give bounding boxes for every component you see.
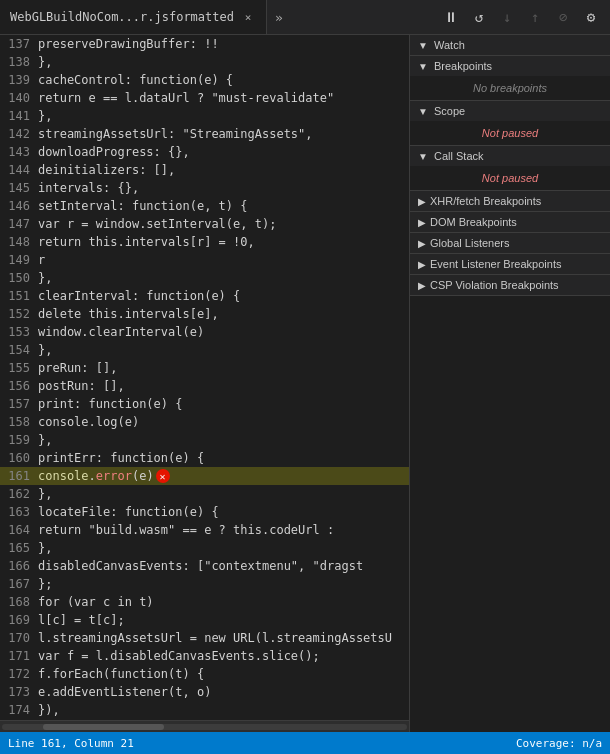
line-content: deinitializers: [], — [38, 163, 409, 177]
toolbar: ⏸ ↺ ↓ ↑ ⊘ ⚙ — [438, 4, 610, 30]
table-row: 162 }, — [0, 485, 409, 503]
event-listener-section[interactable]: ▶ Event Listener Breakpoints — [410, 254, 610, 275]
table-row: 171 var f = l.disabledCanvasEvents.slice… — [0, 647, 409, 665]
scrollbar-thumb[interactable] — [43, 724, 165, 730]
dom-arrow-icon: ▶ — [418, 217, 426, 228]
editor-panel: 137 preserveDrawingBuffer: !!138 },139 c… — [0, 35, 410, 732]
code-area[interactable]: 137 preserveDrawingBuffer: !!138 },139 c… — [0, 35, 409, 720]
global-label: Global Listeners — [430, 237, 510, 249]
table-row: 172 f.forEach(function(t) { — [0, 665, 409, 683]
xhr-section[interactable]: ▶ XHR/fetch Breakpoints — [410, 191, 610, 212]
table-row: 148 return this.intervals[r] = !0, — [0, 233, 409, 251]
line-number: 157 — [0, 397, 38, 411]
line-number: 150 — [0, 271, 38, 285]
devtools-panel: ▼ Watch ▼ Breakpoints No breakpoints ▼ S… — [410, 35, 610, 732]
scope-label: Scope — [434, 105, 465, 117]
line-content: var r = window.setInterval(e, t); — [38, 217, 409, 231]
code-lines: 137 preserveDrawingBuffer: !!138 },139 c… — [0, 35, 409, 720]
line-column-info: Line 161, Column 21 — [8, 737, 134, 750]
line-content: downloadProgress: {}, — [38, 145, 409, 159]
table-row: 169 l[c] = t[c]; — [0, 611, 409, 629]
line-number: 141 — [0, 109, 38, 123]
step-into-button[interactable]: ↓ — [494, 4, 520, 30]
tab-overflow-button[interactable]: » — [267, 10, 291, 25]
table-row: 165 }, — [0, 539, 409, 557]
line-number: 169 — [0, 613, 38, 627]
scope-arrow-icon: ▼ — [418, 106, 430, 117]
table-row: 150 }, — [0, 269, 409, 287]
line-content: console.log(e) — [38, 415, 409, 429]
deactivate-breakpoints-button[interactable]: ⊘ — [550, 4, 576, 30]
callstack-header[interactable]: ▼ Call Stack — [410, 146, 610, 166]
line-content: print: function(e) { — [38, 397, 409, 411]
line-content: delete this.intervals[e], — [38, 307, 409, 321]
breakpoints-section: ▼ Breakpoints No breakpoints — [410, 56, 610, 101]
line-content: }, — [38, 487, 409, 501]
step-over-button[interactable]: ↺ — [466, 4, 492, 30]
line-content: l[c] = t[c]; — [38, 613, 409, 627]
status-left: Line 161, Column 21 — [8, 737, 134, 750]
table-row: 140 return e == l.dataUrl ? "must-revali… — [0, 89, 409, 107]
settings-button[interactable]: ⚙ — [578, 4, 604, 30]
line-number: 160 — [0, 451, 38, 465]
table-row: 152 delete this.intervals[e], — [0, 305, 409, 323]
line-number: 172 — [0, 667, 38, 681]
line-content: printErr: function(e) { — [38, 451, 409, 465]
line-content: for (var c in t) — [38, 595, 409, 609]
step-out-button[interactable]: ↑ — [522, 4, 548, 30]
tab-bar: WebGLBuildNoCom...r.jsformatted × » ⏸ ↺ … — [0, 0, 610, 35]
global-section[interactable]: ▶ Global Listeners — [410, 233, 610, 254]
line-number: 145 — [0, 181, 38, 195]
table-row: 164 return "build.wasm" == e ? this.code… — [0, 521, 409, 539]
dom-label: DOM Breakpoints — [430, 216, 517, 228]
table-row: 167 }; — [0, 575, 409, 593]
line-number: 153 — [0, 325, 38, 339]
line-number: 155 — [0, 361, 38, 375]
editor-scrollbar[interactable] — [0, 720, 409, 732]
line-number: 158 — [0, 415, 38, 429]
line-number: 154 — [0, 343, 38, 357]
line-number: 170 — [0, 631, 38, 645]
event-listener-label: Event Listener Breakpoints — [430, 258, 561, 270]
editor-tab[interactable]: WebGLBuildNoCom...r.jsformatted × — [0, 0, 267, 34]
line-content: console.error(e)✕ — [38, 469, 409, 484]
line-number: 147 — [0, 217, 38, 231]
line-number: 139 — [0, 73, 38, 87]
table-row: 166 disabledCanvasEvents: ["contextmenu"… — [0, 557, 409, 575]
line-number: 143 — [0, 145, 38, 159]
line-content: preRun: [], — [38, 361, 409, 375]
pause-button[interactable]: ⏸ — [438, 4, 464, 30]
breakpoints-header[interactable]: ▼ Breakpoints — [410, 56, 610, 76]
breakpoints-arrow-icon: ▼ — [418, 61, 430, 72]
table-row: 145 intervals: {}, — [0, 179, 409, 197]
line-number: 151 — [0, 289, 38, 303]
event-listener-arrow-icon: ▶ — [418, 259, 426, 270]
line-number: 166 — [0, 559, 38, 573]
xhr-label: XHR/fetch Breakpoints — [430, 195, 541, 207]
line-number: 149 — [0, 253, 38, 267]
table-row: 143 downloadProgress: {}, — [0, 143, 409, 161]
callstack-section: ▼ Call Stack Not paused — [410, 146, 610, 191]
line-number: 171 — [0, 649, 38, 663]
line-content: return e == l.dataUrl ? "must-revalidate… — [38, 91, 409, 105]
table-row: 144 deinitializers: [], — [0, 161, 409, 179]
line-number: 174 — [0, 703, 38, 717]
watch-header[interactable]: ▼ Watch — [410, 35, 610, 55]
csp-section[interactable]: ▶ CSP Violation Breakpoints — [410, 275, 610, 296]
line-number: 148 — [0, 235, 38, 249]
line-number: 167 — [0, 577, 38, 591]
line-number: 159 — [0, 433, 38, 447]
line-content: return this.intervals[r] = !0, — [38, 235, 409, 249]
dom-section[interactable]: ▶ DOM Breakpoints — [410, 212, 610, 233]
line-content: streamingAssetsUrl: "StreamingAssets", — [38, 127, 409, 141]
watch-arrow-icon: ▼ — [418, 40, 430, 51]
tab-close-button[interactable]: × — [240, 9, 256, 25]
scrollbar-track[interactable] — [2, 724, 407, 730]
scope-header[interactable]: ▼ Scope — [410, 101, 610, 121]
line-content: var f = l.disabledCanvasEvents.slice(); — [38, 649, 409, 663]
line-number: 156 — [0, 379, 38, 393]
no-breakpoints-text: No breakpoints — [410, 76, 610, 100]
table-row: 156 postRun: [], — [0, 377, 409, 395]
table-row: 159 }, — [0, 431, 409, 449]
tab-filename: WebGLBuildNoCom...r.jsformatted — [10, 10, 234, 24]
